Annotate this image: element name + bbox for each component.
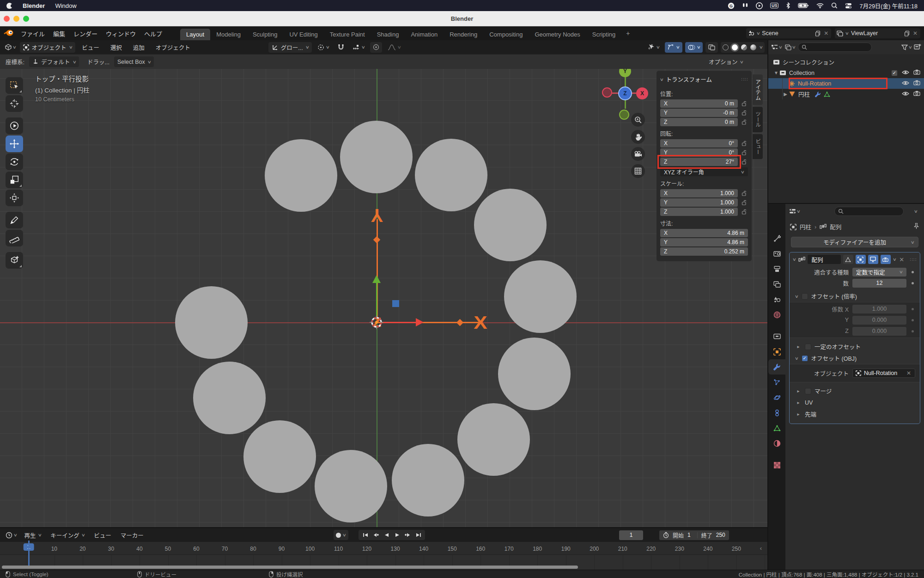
add-workspace-button[interactable]: + xyxy=(621,30,634,37)
move-gizmo-x-arrow[interactable] xyxy=(416,318,424,326)
transform-value-field[interactable]: X0 m xyxy=(660,99,738,108)
properties-editor-type-button[interactable]: ∨ xyxy=(789,208,800,215)
cylinder-array-instance[interactable] xyxy=(175,286,248,359)
disable-render-camera-icon[interactable] xyxy=(913,80,920,87)
animate-dot[interactable] xyxy=(910,308,915,310)
scene-selector[interactable]: ∨ Scene ✕ xyxy=(746,28,832,38)
workspace-tab-uv-editing[interactable]: UV Editing xyxy=(283,29,323,40)
select-circle-tool[interactable] xyxy=(6,117,23,134)
scale-tool[interactable] xyxy=(6,172,23,188)
hide-object-eye-icon[interactable] xyxy=(902,80,909,87)
gizmo-y-axis[interactable]: Y xyxy=(619,69,631,77)
add-cube-tool[interactable] xyxy=(6,252,23,269)
measure-tool[interactable] xyxy=(6,230,23,246)
clear-object-button[interactable]: ✕ xyxy=(906,370,912,376)
properties-filter-button[interactable]: ∨ xyxy=(914,209,918,214)
uv-section-header[interactable]: ▸ UV xyxy=(790,397,920,408)
merge-section-header[interactable]: ▸ マージ xyxy=(790,385,920,397)
factor-x-field[interactable]: 1.000 xyxy=(852,305,906,314)
transform-value-field[interactable]: Z0 m xyxy=(660,118,738,126)
tab-object-data[interactable] xyxy=(768,420,785,436)
prev-keyframe-button[interactable] xyxy=(371,531,381,539)
lock-icon[interactable] xyxy=(741,209,748,215)
caps-section-header[interactable]: ▸ 先端 xyxy=(790,408,920,420)
rotation-mode-selector[interactable]: XYZ オイラー角∨ xyxy=(660,167,748,176)
viewport-menu-view[interactable]: ビュー xyxy=(77,43,104,52)
airpods-icon[interactable] xyxy=(742,2,748,9)
disable-render-camera-icon[interactable] xyxy=(913,91,920,98)
transform-value-field[interactable]: Y1.000 xyxy=(660,198,738,207)
pivot-point-button[interactable]: ∨ xyxy=(315,42,332,53)
cylinder-array-instance[interactable] xyxy=(392,444,464,517)
toggle-edit-mode-display[interactable] xyxy=(843,255,853,264)
start-value[interactable]: 1 xyxy=(687,532,691,538)
menu-edit[interactable]: 編集 xyxy=(49,29,69,38)
jump-to-end-button[interactable] xyxy=(413,531,423,539)
tab-particles[interactable] xyxy=(768,375,785,390)
apple-logo-icon[interactable] xyxy=(6,3,12,9)
disable-render-camera-icon[interactable] xyxy=(913,69,920,76)
transform-value-field[interactable]: Y4.86 m xyxy=(660,238,748,246)
camera-view-button[interactable] xyxy=(631,147,645,161)
tab-scene[interactable] xyxy=(768,292,785,307)
workspace-tab-sculpting[interactable]: Sculpting xyxy=(247,29,283,40)
n-tab-item[interactable]: アイテム xyxy=(753,74,763,105)
workspace-tab-layout[interactable]: Layout xyxy=(180,29,210,40)
modifier-name-field[interactable]: 配列 xyxy=(808,255,841,264)
playhead[interactable] xyxy=(28,541,30,566)
tab-constraints[interactable] xyxy=(768,405,785,420)
object-offset-checkbox[interactable]: ✓ xyxy=(802,355,808,362)
blender-logo-icon[interactable] xyxy=(4,29,14,38)
shading-rendered-button[interactable] xyxy=(750,44,756,50)
viewport-canvas[interactable]: トップ・平行投影 (1) Collection | 円柱 10 Centimet… xyxy=(0,69,767,527)
toggle-show-render[interactable] xyxy=(881,255,891,264)
workspace-tab-geometry-nodes[interactable]: Geometry Nodes xyxy=(529,29,586,40)
editor-type-button[interactable]: ∨ xyxy=(3,44,18,50)
outliner-editor-type-button[interactable]: ∨ xyxy=(771,44,782,50)
rotate-tool[interactable] xyxy=(6,154,23,170)
tab-output[interactable] xyxy=(768,261,785,277)
transform-value-field[interactable]: Y0° xyxy=(660,148,738,157)
lock-icon[interactable] xyxy=(741,119,748,125)
animate-dot[interactable] xyxy=(910,330,915,332)
fit-type-selector[interactable]: 定数で指定∨ xyxy=(852,268,906,277)
tab-render[interactable] xyxy=(768,246,785,261)
cylinder-array-instance[interactable] xyxy=(265,139,337,212)
tab-object[interactable] xyxy=(768,344,785,359)
timeline-menu-playback[interactable]: 再生∨ xyxy=(21,531,45,540)
workspace-tab-shading[interactable]: Shading xyxy=(371,29,405,40)
cylinder-array-instance[interactable] xyxy=(243,420,316,493)
gizmos-toggle-button[interactable]: ∨ xyxy=(665,42,682,53)
tab-modifiers[interactable] xyxy=(768,359,785,375)
cylinder-array-instance[interactable] xyxy=(193,362,266,434)
battery-icon[interactable] xyxy=(798,2,809,9)
tab-world[interactable] xyxy=(768,307,785,322)
workspace-tab-compositing[interactable]: Compositing xyxy=(483,29,529,40)
n-tab-view[interactable]: ビュー xyxy=(753,134,763,160)
play-reverse-button[interactable] xyxy=(382,531,391,539)
gizmo-x-neg-axis[interactable] xyxy=(602,87,612,98)
menu-window[interactable]: ウィンドウ xyxy=(102,29,140,38)
play-button[interactable] xyxy=(392,531,402,539)
transform-panel-header[interactable]: ∨ トランスフォーム ∷∷ xyxy=(660,74,748,86)
xray-toggle-button[interactable] xyxy=(705,42,718,53)
workspace-tab-rendering[interactable]: Rendering xyxy=(444,29,483,40)
shading-wireframe-button[interactable] xyxy=(723,44,729,50)
pin-icon[interactable] xyxy=(913,223,919,231)
proportional-editing-button[interactable] xyxy=(370,42,382,53)
breadcrumb-modifier[interactable]: 配列 xyxy=(830,222,841,231)
lock-icon[interactable] xyxy=(741,141,748,146)
wifi-icon[interactable] xyxy=(816,2,824,9)
modifier-extras-button[interactable]: ∨ xyxy=(892,257,896,262)
modifier-drag-handle[interactable]: ∷∷ xyxy=(910,257,917,262)
options-button[interactable]: オプション∨ xyxy=(709,57,743,66)
animate-dot[interactable] xyxy=(910,282,915,284)
lock-icon[interactable] xyxy=(741,191,748,196)
lock-icon[interactable] xyxy=(741,150,748,155)
offset-object-field[interactable]: Null-Rotation ✕ xyxy=(852,369,915,378)
object-visibility-button[interactable]: ∨ xyxy=(645,42,663,53)
constant-offset-checkbox[interactable] xyxy=(805,344,811,350)
tab-tool[interactable] xyxy=(768,231,785,246)
cylinder-array-instance[interactable] xyxy=(315,450,387,523)
animate-dot[interactable] xyxy=(910,319,915,321)
